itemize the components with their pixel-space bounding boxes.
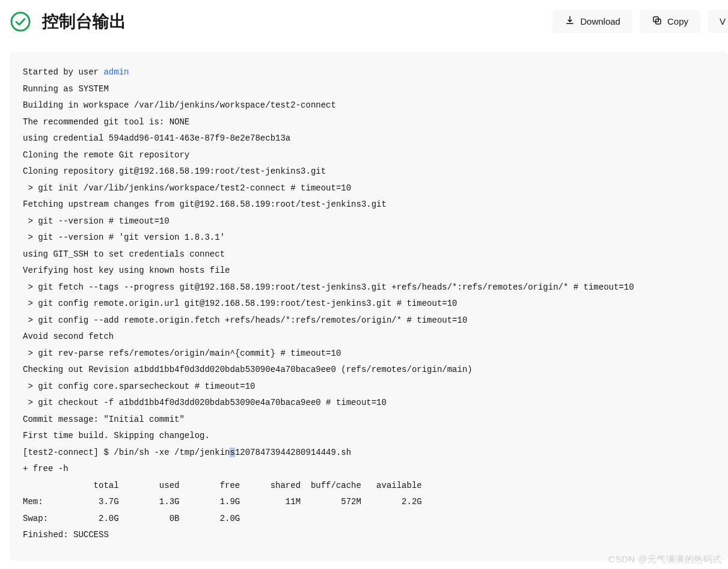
page-header: 控制台输出 Download Copy V: [10, 10, 728, 33]
success-icon: [10, 11, 31, 32]
third-button[interactable]: V: [708, 10, 728, 33]
svg-point-0: [11, 13, 29, 31]
console-output: Started by user admin Running as SYSTEM …: [10, 51, 728, 561]
copy-label: Copy: [667, 16, 688, 26]
third-label: V: [720, 16, 726, 26]
download-button[interactable]: Download: [552, 10, 632, 33]
text-selection: s: [230, 448, 234, 457]
download-icon: [564, 15, 575, 28]
download-label: Download: [580, 16, 620, 26]
copy-icon: [652, 15, 662, 28]
page-title: 控制台输出: [42, 10, 126, 33]
header-actions: Download Copy V: [552, 10, 728, 33]
header-left: 控制台输出: [10, 10, 126, 33]
copy-button[interactable]: Copy: [640, 10, 700, 33]
console-user-link[interactable]: admin: [103, 67, 129, 77]
